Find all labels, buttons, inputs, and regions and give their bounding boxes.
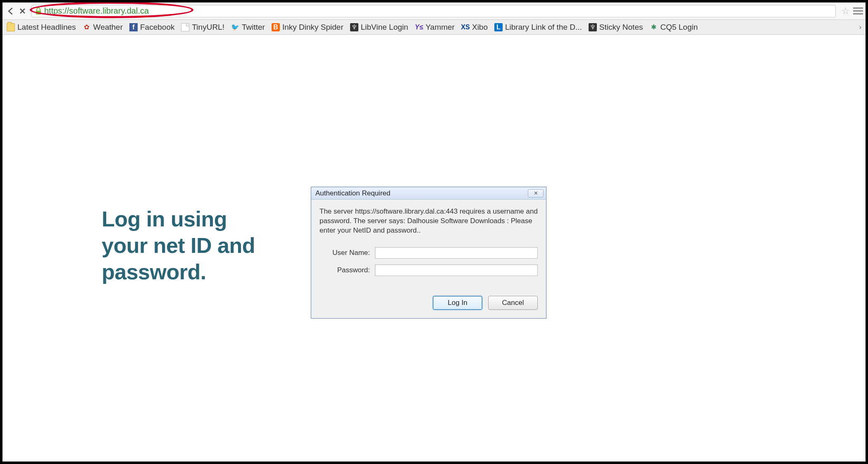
bookmark-label: Twitter	[242, 23, 265, 32]
leaf-icon: ✿	[83, 23, 91, 31]
bookmark-label: Latest Headlines	[17, 23, 76, 32]
bookmark-inky-dinky-spider[interactable]: BInky Dinky Spider	[272, 23, 343, 32]
bookmark-label: Facebook	[140, 23, 174, 32]
url-host: ://software.library.dal.ca	[62, 6, 149, 16]
folder-icon	[7, 23, 15, 31]
dialog-close-button[interactable]: ✕	[528, 189, 544, 197]
bookmark-latest-headlines[interactable]: Latest Headlines	[7, 23, 76, 32]
bookmark-label: Library Link of the D...	[505, 23, 582, 32]
page-icon	[181, 23, 189, 31]
bookmark-star-icon[interactable]: ☆	[842, 6, 850, 17]
bookmark-label: LibVine Login	[361, 23, 408, 32]
bookmark-sticky-notes[interactable]: ♆Sticky Notes	[589, 23, 643, 32]
password-label: Password:	[320, 266, 375, 274]
shield-icon: ♆	[589, 23, 597, 31]
password-input[interactable]	[375, 264, 538, 276]
bookmark-label: CQ5 Login	[660, 23, 698, 32]
bookmark-label: Xibo	[472, 23, 488, 32]
bookmark-label: Yammer	[426, 23, 455, 32]
username-input[interactable]	[375, 247, 538, 259]
page-content: Log in using your net ID and password. A…	[2, 35, 866, 462]
back-button[interactable]	[5, 5, 17, 17]
twitter-icon: 🐦	[231, 23, 239, 31]
bookmark-facebook[interactable]: fFacebook	[129, 23, 174, 32]
bookmark-cq5-login[interactable]: ✱CQ5 Login	[649, 23, 698, 32]
lock-icon	[35, 7, 42, 15]
url-input[interactable]: https://software.library.dal.ca	[31, 5, 836, 17]
close-icon: ✕	[19, 6, 26, 16]
instruction-line: password.	[102, 259, 292, 286]
facebook-icon: f	[129, 23, 138, 31]
blogger-icon: B	[272, 23, 280, 31]
auth-dialog: Authentication Required ✕ The server htt…	[311, 187, 546, 319]
address-bar: ✕ https://software.library.dal.ca ☆	[2, 2, 866, 20]
bookmark-libvine-login[interactable]: ♆LibVine Login	[350, 23, 408, 32]
bookmark-weather[interactable]: ✿Weather	[83, 23, 123, 32]
bookmark-library-link[interactable]: LLibrary Link of the D...	[494, 23, 582, 32]
stop-button[interactable]: ✕	[17, 5, 28, 17]
bookmark-twitter[interactable]: 🐦Twitter	[231, 23, 265, 32]
dialog-title: Authentication Required	[315, 189, 390, 197]
bookmark-label: TinyURL!	[192, 23, 224, 32]
shield-icon: ♆	[350, 23, 358, 31]
bookmark-yammer[interactable]: Y≤Yammer	[415, 23, 455, 32]
dialog-titlebar: Authentication Required ✕	[311, 187, 546, 200]
cq-icon: ✱	[649, 23, 658, 31]
yammer-icon: Y≤	[415, 23, 423, 31]
dialog-message: The server https://software.library.dal.…	[320, 207, 538, 236]
bookmark-xibo[interactable]: XSXibo	[461, 23, 488, 32]
instruction-text: Log in using your net ID and password.	[102, 206, 292, 286]
svg-rect-0	[36, 11, 41, 14]
bookmarks-overflow-button[interactable]: ›	[859, 24, 861, 31]
instruction-line: your net ID and	[102, 233, 292, 259]
xs-icon: XS	[461, 23, 470, 31]
close-icon: ✕	[534, 190, 538, 196]
cancel-button[interactable]: Cancel	[488, 296, 538, 310]
dialog-body: The server https://software.library.dal.…	[311, 200, 546, 318]
url-protocol: https	[44, 6, 62, 16]
instruction-line: Log in using	[102, 206, 292, 233]
bookmark-label: Inky Dinky Spider	[282, 23, 343, 32]
username-label: User Name:	[320, 249, 375, 257]
bookmarks-bar: Latest Headlines ✿Weather fFacebook Tiny…	[2, 20, 866, 35]
menu-button[interactable]	[853, 7, 863, 14]
login-button[interactable]: Log In	[433, 296, 482, 310]
bookmark-tinyurl[interactable]: TinyURL!	[181, 23, 224, 32]
bookmark-label: Weather	[93, 23, 123, 32]
bookmark-label: Sticky Notes	[599, 23, 643, 32]
ll-icon: L	[494, 23, 503, 31]
